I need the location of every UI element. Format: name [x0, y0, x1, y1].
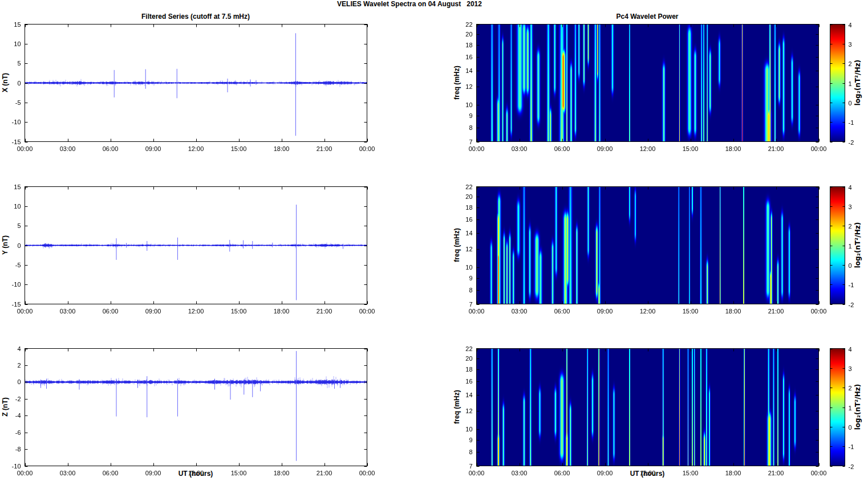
- z-wavelet-spectrogram: [399, 333, 868, 485]
- wavelet-spectra-figure: VELIES Wavelet Spectra on 04 August 2012…: [0, 0, 868, 485]
- z-filtered-series-plot: [0, 333, 399, 485]
- figure-title: VELIES Wavelet Spectra on 04 August 2012: [0, 0, 819, 8]
- y-filtered-series-plot: [0, 172, 399, 331]
- y-wavelet-spectrogram: [399, 172, 868, 331]
- x-wavelet-spectrogram: [399, 9, 868, 169]
- x-filtered-series-plot: [0, 9, 399, 169]
